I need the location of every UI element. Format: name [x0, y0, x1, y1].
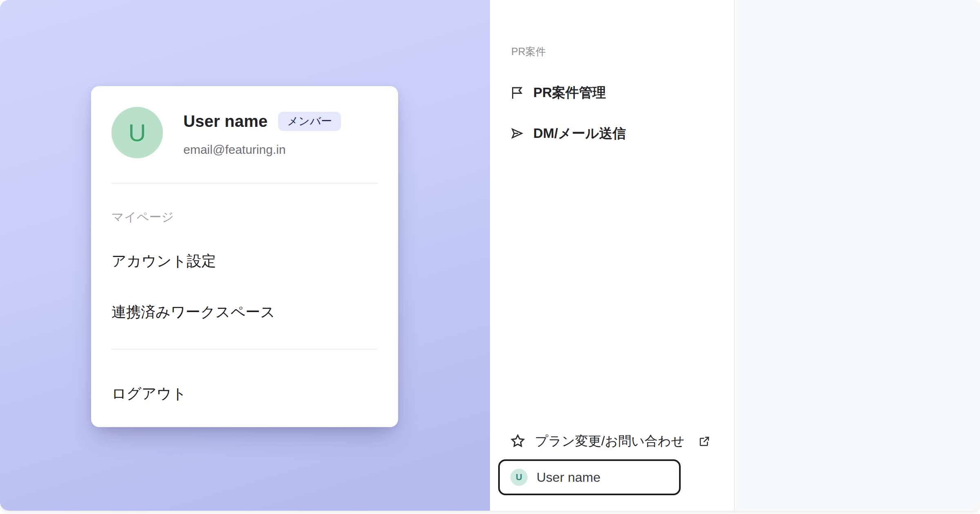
overlay-backdrop[interactable]: U User name メンバー email@featuring.in マイペー… [0, 0, 490, 511]
sidebar-item-label: DM/メール送信 [533, 124, 626, 143]
send-icon [510, 126, 524, 141]
external-link-icon [698, 435, 710, 448]
content-panel [736, 0, 980, 511]
sidebar-item-label: PR案件管理 [533, 84, 606, 102]
plan-change-contact-link[interactable]: プラン変更/お問い合わせ [510, 429, 710, 454]
flag-icon [510, 85, 524, 100]
user-name: User name [183, 112, 267, 131]
plan-link-label: プラン変更/お問い合わせ [535, 432, 684, 450]
sidebar: PR案件 PR案件管理 DM/メール送信 プラン変更/お問い合わせ [490, 0, 735, 511]
sidebar-item-dm-mail[interactable]: DM/メール送信 [510, 121, 626, 146]
profile-popover: U User name メンバー email@featuring.in マイペー… [91, 86, 398, 427]
sidebar-item-pr-management[interactable]: PR案件管理 [510, 80, 606, 105]
user-name-row: User name メンバー [183, 111, 341, 132]
mypage-section-label: マイページ [111, 209, 174, 226]
role-badge: メンバー [278, 112, 341, 131]
app-window: U User name メンバー email@featuring.in マイペー… [0, 0, 980, 511]
avatar: U [111, 107, 163, 158]
logout-button[interactable]: ログアウト [111, 384, 187, 404]
star-icon [510, 433, 526, 450]
user-email: email@featuring.in [183, 143, 286, 157]
menu-item-linked-workspaces[interactable]: 連携済みワークスペース [111, 302, 275, 322]
divider [111, 183, 378, 184]
divider [111, 349, 378, 350]
sidebar-user-menu-trigger[interactable]: U User name [498, 459, 681, 495]
sidebar-section-label: PR案件 [511, 45, 546, 58]
sidebar-user-name: User name [537, 470, 601, 485]
avatar: U [510, 469, 528, 486]
menu-item-account-settings[interactable]: アカウント設定 [111, 251, 216, 271]
